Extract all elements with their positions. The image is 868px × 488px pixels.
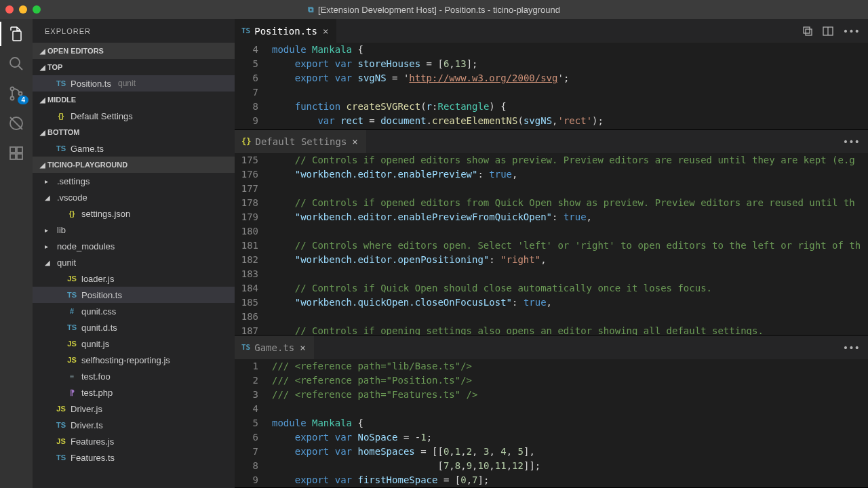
chevron-right-icon: ▸ (45, 243, 53, 250)
activity-bar: 4 (0, 19, 33, 488)
close-tab-icon[interactable]: × (351, 136, 359, 147)
typescript-icon: TS (66, 291, 77, 299)
more-actions-icon[interactable]: ••• (843, 342, 860, 353)
code-area-middle[interactable]: 175176177178179180181182183184185186187 … (235, 153, 868, 335)
split-editor-icon[interactable] (823, 26, 833, 37)
chevron-down-icon: ◢ (38, 96, 47, 104)
chevron-down-icon: ◢ (38, 47, 47, 55)
svg-rect-0 (13, 31, 21, 41)
code-area-bottom[interactable]: 123456789 /// <reference path="lib/Base.… (235, 359, 868, 487)
workspace-header[interactable]: ◢ TICINO-PLAYGROUND (33, 157, 235, 173)
file-features-js[interactable]: JS Features.js (33, 433, 235, 449)
chevron-right-icon: ▸ (45, 226, 53, 234)
open-editor-game-ts[interactable]: TS Game.ts (33, 140, 235, 157)
file-qunit-css[interactable]: # qunit.css (33, 303, 235, 319)
file-driver-js[interactable]: JS Driver.js (33, 401, 235, 417)
file-selfhosting-reporting-js[interactable]: JS selfhosting-reporting.js (33, 352, 235, 368)
javascript-icon: JS (66, 340, 77, 348)
debug-icon[interactable] (8, 115, 24, 131)
window-controls (5, 5, 41, 14)
file-position-ts[interactable]: TS Position.ts (33, 287, 235, 303)
sidebar-header: EXPLORER (33, 19, 235, 43)
editor-group-top: TS Position.ts × ••• 456789 module Manka… (235, 19, 868, 130)
close-window-icon[interactable] (5, 5, 14, 14)
folder-lib[interactable]: ▸ lib (33, 222, 235, 238)
file-settings-json[interactable]: {} settings.json (33, 205, 235, 222)
file-loader-js[interactable]: JS loader.js (33, 270, 235, 287)
scm-badge: 4 (18, 96, 28, 104)
svg-rect-7 (10, 154, 16, 159)
typescript-icon: TS (241, 26, 250, 35)
typescript-icon: TS (56, 421, 66, 429)
folder-qunit[interactable]: ◢ qunit (33, 254, 235, 270)
javascript-icon: JS (56, 405, 66, 413)
titlebar: ⧉ [Extension Development Host] - Positio… (0, 0, 868, 19)
extensions-icon[interactable] (8, 145, 24, 161)
more-actions-icon[interactable]: ••• (843, 136, 860, 147)
json-icon: {} (66, 209, 77, 218)
vscode-logo-icon: ⧉ (308, 5, 314, 14)
file-driver-ts[interactable]: TS Driver.ts (33, 417, 235, 433)
typescript-icon: TS (66, 323, 77, 331)
editor-group-middle: {} Default Settings × ••• 17517617717817… (235, 130, 868, 336)
code-content[interactable]: module Mankala { export var storeHouses … (272, 43, 868, 128)
svg-rect-8 (17, 154, 22, 159)
editor-actions-middle: ••• (843, 136, 868, 147)
line-gutter: 123456789 (235, 359, 272, 487)
javascript-icon: JS (66, 356, 77, 364)
tab-bar-bottom: TS Game.ts × ••• (235, 336, 868, 359)
tab-default-settings[interactable]: {} Default Settings × (235, 130, 367, 153)
code-content[interactable]: // Controls if opened editors show as pr… (272, 153, 868, 335)
group-top-header[interactable]: ◢ TOP (33, 59, 235, 75)
maximize-window-icon[interactable] (33, 5, 41, 14)
open-editors-header[interactable]: ◢ OPEN EDITORS (33, 43, 235, 59)
chevron-down-icon: ◢ (38, 129, 47, 136)
tab-position-ts[interactable]: TS Position.ts × (235, 19, 337, 43)
css-icon: # (66, 307, 77, 315)
editor-area: TS Position.ts × ••• 456789 module Manka… (235, 19, 868, 488)
line-gutter: 456789 (235, 43, 272, 128)
open-editor-position-ts[interactable]: TS Position.ts qunit (33, 75, 235, 92)
typescript-icon: TS (56, 79, 66, 87)
json-icon: {} (56, 112, 66, 120)
chevron-right-icon: ▸ (45, 178, 53, 185)
editor-group-bottom: TS Game.ts × ••• 123456789 /// <referenc… (235, 336, 868, 488)
explorer-icon[interactable] (8, 26, 24, 42)
close-tab-icon[interactable]: × (321, 26, 330, 37)
folder-vscode[interactable]: ◢ .vscode (33, 189, 235, 205)
file-qunit-dts[interactable]: TS qunit.d.ts (33, 319, 235, 336)
svg-point-3 (11, 97, 14, 100)
code-area-top[interactable]: 456789 module Mankala { export var store… (235, 43, 868, 128)
explorer-sidebar: EXPLORER ◢ OPEN EDITORS ◢ TOP TS Positio… (33, 19, 235, 488)
chevron-down-icon: ◢ (38, 64, 47, 71)
folder-node-modules[interactable]: ▸ node_modules (33, 238, 235, 254)
close-tab-icon[interactable]: × (298, 342, 307, 353)
chevron-down-icon: ◢ (45, 259, 53, 266)
code-content[interactable]: /// <reference path="lib/Base.ts"/>/// <… (272, 359, 868, 487)
tab-game-ts[interactable]: TS Game.ts × (235, 336, 315, 359)
group-bottom-header[interactable]: ◢ BOTTOM (33, 124, 235, 140)
php-icon: ⁋ (66, 388, 77, 397)
minimize-window-icon[interactable] (19, 5, 27, 14)
open-editor-default-settings[interactable]: {} Default Settings (33, 108, 235, 124)
folder-settings[interactable]: ▸ .settings (33, 173, 235, 189)
file-features-ts[interactable]: TS Features.ts (33, 449, 235, 466)
group-middle-header[interactable]: ◢ MIDDLE (33, 92, 235, 108)
source-control-icon[interactable]: 4 (8, 85, 24, 102)
typescript-icon: TS (56, 453, 66, 462)
file-test-foo[interactable]: ≡ test.foo (33, 368, 235, 384)
tab-bar-middle: {} Default Settings × ••• (235, 130, 868, 153)
javascript-icon: JS (66, 274, 77, 283)
typescript-icon: TS (241, 343, 250, 352)
show-opened-editors-icon[interactable] (802, 26, 813, 37)
json-icon: {} (241, 137, 251, 146)
chevron-down-icon: ◢ (38, 161, 47, 169)
file-qunit-js[interactable]: JS qunit.js (33, 336, 235, 352)
search-icon[interactable] (8, 56, 24, 72)
editor-actions-top: ••• (802, 26, 868, 37)
file-test-php[interactable]: ⁋ test.php (33, 384, 235, 401)
more-actions-icon[interactable]: ••• (843, 26, 860, 37)
file-icon: ≡ (66, 372, 77, 380)
svg-rect-9 (17, 147, 22, 152)
javascript-icon: JS (56, 437, 66, 445)
